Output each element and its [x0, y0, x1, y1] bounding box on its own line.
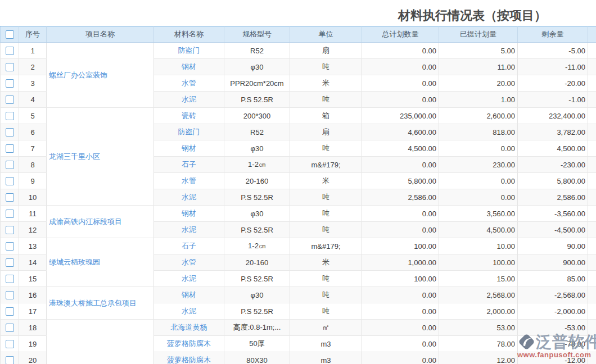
remaining-qty-cell: -5.00	[518, 43, 588, 59]
row-checkbox[interactable]	[6, 144, 14, 153]
total-planned-qty-cell: 235,000.00	[362, 108, 439, 124]
material-name-cell[interactable]: 石子	[154, 238, 224, 254]
unit-cell: m3	[290, 336, 362, 352]
row-checkbox[interactable]	[6, 291, 14, 299]
material-name-cell[interactable]: 钢材	[154, 206, 224, 222]
unit-cell: 扇	[290, 124, 362, 140]
row-checkbox[interactable]	[6, 258, 14, 267]
row-select-cell	[1, 222, 19, 238]
material-name-cell[interactable]: 水管	[154, 254, 224, 271]
row-number-cell: 14	[19, 254, 47, 271]
filler-cell	[588, 108, 596, 124]
filler-cell	[588, 352, 596, 364]
column-header-0: 序号	[19, 26, 47, 43]
total-planned-qty-cell: 0.00	[362, 222, 439, 238]
row-checkbox[interactable]	[6, 63, 14, 71]
table-body: 1螺丝厂办公室装饰防盗门R52扇0.005.00-5.002钢材φ30吨0.00…	[1, 43, 596, 364]
material-name-cell[interactable]: 水管	[154, 75, 224, 92]
material-name-cell[interactable]: 钢材	[154, 287, 224, 303]
material-name-cell[interactable]: 水泥	[154, 222, 224, 238]
drawn-plan-qty-cell: 20.00	[439, 75, 518, 92]
row-checkbox[interactable]	[6, 47, 14, 55]
row-checkbox[interactable]	[6, 210, 14, 218]
unit-cell: 箱	[290, 108, 362, 124]
material-name-cell[interactable]: 钢材	[154, 59, 224, 75]
unit-cell: m3	[290, 352, 362, 364]
row-checkbox[interactable]	[6, 307, 14, 316]
remaining-qty-cell: 5,800.00	[518, 173, 588, 189]
total-planned-qty-cell: 0.00	[362, 303, 439, 320]
column-header-5: 总计划数量	[362, 26, 439, 43]
total-planned-qty-cell: 0.00	[362, 75, 439, 92]
project-name-cell[interactable]: 港珠澳大桥施工总承包项目	[47, 287, 154, 320]
spec-model-cell: R52	[224, 43, 290, 59]
row-select-cell	[1, 206, 19, 222]
material-name-cell[interactable]: 菠萝格防腐木	[154, 336, 224, 352]
spec-model-cell: R52	[224, 124, 290, 140]
row-number-cell: 12	[19, 222, 47, 238]
material-name-cell[interactable]: 瓷砖	[154, 108, 224, 124]
material-name-cell[interactable]: 防盗门	[154, 43, 224, 59]
total-planned-qty-cell: 4,600.00	[362, 124, 439, 140]
material-name-cell[interactable]: 水泥	[154, 92, 224, 108]
spec-model-cell: 20-160	[224, 254, 290, 271]
header-row: 序号项目名称材料名称规格型号单位总计划数量已提计划量剩余量	[1, 26, 596, 43]
header-select-all-cell	[1, 26, 19, 43]
column-header-2: 材料名称	[154, 26, 224, 43]
unit-cell: 吨	[290, 189, 362, 206]
material-name-cell[interactable]: 防盗门	[154, 124, 224, 140]
project-name-cell[interactable]: 绿城云栖玫瑰园	[47, 238, 154, 287]
spec-model-cell: P.S 52.5R	[224, 271, 290, 287]
row-checkbox[interactable]	[6, 161, 14, 169]
remaining-qty-cell: 232,400.00	[518, 108, 588, 124]
row-checkbox[interactable]	[6, 324, 14, 332]
filler-cell	[588, 238, 596, 254]
material-name-cell[interactable]: 菠萝格防腐木	[154, 352, 224, 364]
row-select-cell	[1, 254, 19, 271]
project-name-cell[interactable]	[47, 320, 154, 364]
material-name-cell[interactable]: 石子	[154, 157, 224, 173]
row-checkbox[interactable]	[6, 275, 14, 283]
filler-cell	[588, 140, 596, 157]
unit-cell: ㎡	[290, 320, 362, 336]
spec-model-cell: P.S 52.5R	[224, 189, 290, 206]
row-select-cell	[1, 43, 19, 59]
row-number-cell: 15	[19, 271, 47, 287]
remaining-qty-cell: 90.00	[518, 238, 588, 254]
material-name-cell[interactable]: 水管	[154, 173, 224, 189]
project-name-cell[interactable]: 龙湖三千里小区	[47, 108, 154, 206]
select-all-checkbox[interactable]	[6, 30, 14, 39]
material-name-cell[interactable]: 水泥	[154, 303, 224, 320]
remaining-qty-cell: 4,500.00	[518, 140, 588, 157]
row-checkbox[interactable]	[6, 356, 14, 364]
table-row: 5龙湖三千里小区瓷砖200*300箱235,000.002,600.00232,…	[1, 108, 596, 124]
drawn-plan-qty-cell: 11.00	[439, 59, 518, 75]
material-name-cell[interactable]: 钢材	[154, 140, 224, 157]
column-header-4: 单位	[290, 26, 362, 43]
material-name-cell[interactable]: 水泥	[154, 189, 224, 206]
drawn-plan-qty-cell: 12.00	[439, 352, 518, 364]
project-name-cell[interactable]: 成渝高铁内江标段项目	[47, 206, 154, 238]
spec-model-cell: φ30	[224, 206, 290, 222]
row-checkbox[interactable]	[6, 79, 14, 88]
total-planned-qty-cell: 0.00	[362, 92, 439, 108]
unit-cell: 吨	[290, 303, 362, 320]
drawn-plan-qty-cell: 15.00	[439, 271, 518, 287]
row-checkbox[interactable]	[6, 340, 14, 348]
material-name-cell[interactable]: 北海道黄杨	[154, 320, 224, 336]
row-number-cell: 16	[19, 287, 47, 303]
project-name-cell[interactable]: 螺丝厂办公室装饰	[47, 43, 154, 108]
row-checkbox[interactable]	[6, 112, 14, 120]
row-checkbox[interactable]	[6, 226, 14, 234]
row-checkbox[interactable]	[6, 193, 14, 202]
remaining-qty-cell: -1.00	[518, 92, 588, 108]
spec-model-cell: P.S 52.5R	[224, 92, 290, 108]
spec-model-cell: 80X30	[224, 352, 290, 364]
row-checkbox[interactable]	[6, 177, 14, 185]
unit-cell: 吨	[290, 271, 362, 287]
row-checkbox[interactable]	[6, 242, 14, 251]
row-checkbox[interactable]	[6, 128, 14, 136]
row-checkbox[interactable]	[6, 95, 14, 104]
drawn-plan-qty-cell: 2,000.00	[439, 303, 518, 320]
material-name-cell[interactable]: 水泥	[154, 271, 224, 287]
